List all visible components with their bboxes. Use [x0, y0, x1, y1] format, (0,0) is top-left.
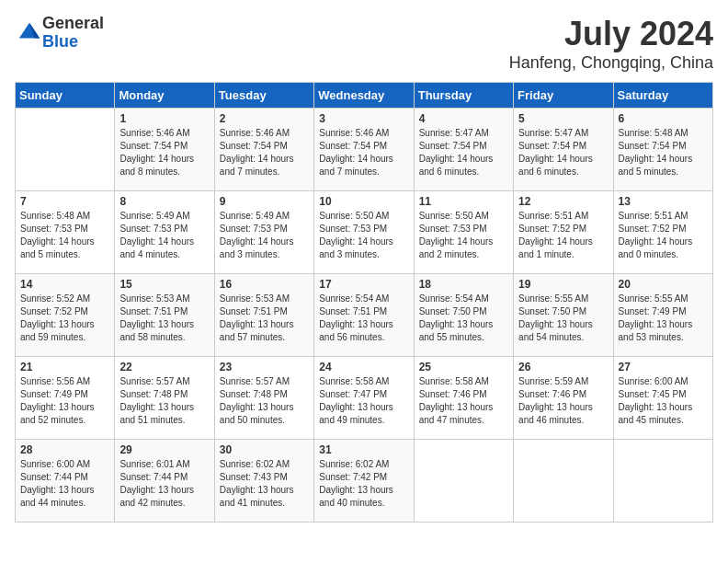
day-info: Sunrise: 5:57 AM Sunset: 7:48 PM Dayligh… [220, 375, 309, 427]
calendar-cell: 21Sunrise: 5:56 AM Sunset: 7:49 PM Dayli… [16, 357, 115, 440]
day-info: Sunrise: 5:53 AM Sunset: 7:51 PM Dayligh… [220, 293, 309, 344]
calendar-cell: 26Sunrise: 5:59 AM Sunset: 7:46 PM Dayli… [514, 357, 613, 440]
day-info: Sunrise: 5:50 AM Sunset: 7:53 PM Dayligh… [419, 210, 508, 261]
calendar-cell: 22Sunrise: 5:57 AM Sunset: 7:48 PM Dayli… [115, 357, 214, 440]
day-number: 31 [319, 443, 408, 456]
day-number: 16 [220, 278, 309, 291]
calendar-cell: 25Sunrise: 5:58 AM Sunset: 7:46 PM Dayli… [414, 357, 513, 440]
calendar-cell: 27Sunrise: 6:00 AM Sunset: 7:45 PM Dayli… [613, 357, 712, 440]
logo-icon [17, 20, 42, 46]
calendar-cell: 14Sunrise: 5:52 AM Sunset: 7:52 PM Dayli… [16, 274, 115, 357]
calendar-cell: 13Sunrise: 5:51 AM Sunset: 7:52 PM Dayli… [613, 191, 712, 274]
day-number: 11 [419, 195, 508, 208]
calendar-body: 1Sunrise: 5:46 AM Sunset: 7:54 PM Daylig… [16, 109, 713, 523]
calendar-cell: 19Sunrise: 5:55 AM Sunset: 7:50 PM Dayli… [514, 274, 613, 357]
day-number: 18 [419, 278, 508, 291]
calendar-week-1: 1Sunrise: 5:46 AM Sunset: 7:54 PM Daylig… [16, 109, 713, 191]
day-number: 17 [319, 278, 408, 291]
day-number: 8 [119, 195, 209, 208]
day-number: 2 [220, 112, 309, 125]
month-year: July 2024 [509, 15, 713, 53]
day-info: Sunrise: 5:49 AM Sunset: 7:53 PM Dayligh… [119, 210, 209, 261]
day-number: 3 [319, 112, 408, 125]
day-info: Sunrise: 5:46 AM Sunset: 7:54 PM Dayligh… [220, 127, 309, 178]
col-header-wednesday: Wednesday [314, 83, 414, 109]
day-number: 7 [20, 195, 109, 208]
day-number: 5 [518, 112, 608, 125]
day-info: Sunrise: 5:48 AM Sunset: 7:54 PM Dayligh… [619, 127, 708, 178]
day-info: Sunrise: 5:55 AM Sunset: 7:49 PM Dayligh… [619, 293, 708, 344]
calendar-week-5: 28Sunrise: 6:00 AM Sunset: 7:44 PM Dayli… [16, 440, 713, 523]
col-header-saturday: Saturday [613, 83, 712, 109]
calendar-header-row: SundayMondayTuesdayWednesdayThursdayFrid… [16, 83, 713, 109]
day-number: 29 [119, 443, 209, 456]
day-number: 15 [119, 278, 209, 291]
logo-general-text: General [42, 14, 104, 32]
day-info: Sunrise: 5:49 AM Sunset: 7:53 PM Dayligh… [220, 210, 309, 261]
calendar-cell: 20Sunrise: 5:55 AM Sunset: 7:49 PM Dayli… [613, 274, 712, 357]
day-info: Sunrise: 5:52 AM Sunset: 7:52 PM Dayligh… [20, 293, 109, 344]
day-number: 14 [20, 278, 109, 291]
day-number: 22 [119, 361, 209, 373]
calendar-cell: 7Sunrise: 5:48 AM Sunset: 7:53 PM Daylig… [16, 191, 115, 274]
calendar-cell: 29Sunrise: 6:01 AM Sunset: 7:44 PM Dayli… [115, 440, 214, 523]
calendar-cell: 28Sunrise: 6:00 AM Sunset: 7:44 PM Dayli… [16, 440, 115, 523]
col-header-monday: Monday [115, 83, 214, 109]
logo: General Blue [15, 15, 104, 52]
calendar-cell: 24Sunrise: 5:58 AM Sunset: 7:47 PM Dayli… [314, 357, 414, 440]
day-info: Sunrise: 5:47 AM Sunset: 7:54 PM Dayligh… [419, 127, 508, 178]
calendar-cell: 9Sunrise: 5:49 AM Sunset: 7:53 PM Daylig… [214, 191, 313, 274]
day-info: Sunrise: 5:58 AM Sunset: 7:46 PM Dayligh… [419, 375, 508, 427]
calendar-cell: 3Sunrise: 5:46 AM Sunset: 7:54 PM Daylig… [314, 109, 414, 191]
day-info: Sunrise: 5:54 AM Sunset: 7:51 PM Dayligh… [319, 293, 408, 344]
calendar-cell: 31Sunrise: 6:02 AM Sunset: 7:42 PM Dayli… [314, 440, 414, 523]
day-info: Sunrise: 6:00 AM Sunset: 7:44 PM Dayligh… [20, 458, 109, 510]
calendar-cell: 10Sunrise: 5:50 AM Sunset: 7:53 PM Dayli… [314, 191, 414, 274]
calendar-cell [16, 109, 115, 191]
day-info: Sunrise: 5:59 AM Sunset: 7:46 PM Dayligh… [518, 375, 608, 427]
day-number: 20 [619, 278, 708, 291]
day-info: Sunrise: 5:47 AM Sunset: 7:54 PM Dayligh… [518, 127, 608, 178]
day-number: 26 [518, 361, 608, 373]
calendar-table: SundayMondayTuesdayWednesdayThursdayFrid… [15, 82, 713, 523]
day-info: Sunrise: 5:50 AM Sunset: 7:53 PM Dayligh… [319, 210, 408, 261]
col-header-friday: Friday [514, 83, 613, 109]
day-number: 25 [419, 361, 508, 373]
day-number: 9 [220, 195, 309, 208]
day-number: 28 [20, 443, 109, 456]
day-number: 10 [319, 195, 408, 208]
day-info: Sunrise: 5:48 AM Sunset: 7:53 PM Dayligh… [20, 210, 109, 261]
day-info: Sunrise: 5:56 AM Sunset: 7:49 PM Dayligh… [20, 375, 109, 427]
day-number: 30 [220, 443, 309, 456]
calendar-cell: 5Sunrise: 5:47 AM Sunset: 7:54 PM Daylig… [514, 109, 613, 191]
logo-blue-text: Blue [42, 32, 78, 51]
day-number: 6 [619, 112, 708, 125]
day-info: Sunrise: 5:54 AM Sunset: 7:50 PM Dayligh… [419, 293, 508, 344]
calendar-cell: 2Sunrise: 5:46 AM Sunset: 7:54 PM Daylig… [214, 109, 313, 191]
location: Hanfeng, Chongqing, China [509, 53, 713, 73]
day-info: Sunrise: 5:46 AM Sunset: 7:54 PM Dayligh… [119, 127, 209, 178]
day-number: 24 [319, 361, 408, 373]
day-number: 21 [20, 361, 109, 373]
day-info: Sunrise: 5:51 AM Sunset: 7:52 PM Dayligh… [619, 210, 708, 261]
calendar-cell [414, 440, 513, 523]
calendar-cell: 6Sunrise: 5:48 AM Sunset: 7:54 PM Daylig… [613, 109, 712, 191]
calendar-week-3: 14Sunrise: 5:52 AM Sunset: 7:52 PM Dayli… [16, 274, 713, 357]
calendar-cell [514, 440, 613, 523]
day-number: 13 [619, 195, 708, 208]
day-info: Sunrise: 5:46 AM Sunset: 7:54 PM Dayligh… [319, 127, 408, 178]
day-number: 4 [419, 112, 508, 125]
day-number: 23 [220, 361, 309, 373]
calendar-cell: 15Sunrise: 5:53 AM Sunset: 7:51 PM Dayli… [115, 274, 214, 357]
calendar-cell: 23Sunrise: 5:57 AM Sunset: 7:48 PM Dayli… [214, 357, 313, 440]
col-header-thursday: Thursday [414, 83, 513, 109]
calendar-cell: 12Sunrise: 5:51 AM Sunset: 7:52 PM Dayli… [514, 191, 613, 274]
day-info: Sunrise: 6:02 AM Sunset: 7:43 PM Dayligh… [220, 458, 309, 510]
calendar-cell: 1Sunrise: 5:46 AM Sunset: 7:54 PM Daylig… [115, 109, 214, 191]
calendar-cell: 30Sunrise: 6:02 AM Sunset: 7:43 PM Dayli… [214, 440, 313, 523]
day-info: Sunrise: 5:53 AM Sunset: 7:51 PM Dayligh… [119, 293, 209, 344]
day-number: 12 [518, 195, 608, 208]
day-info: Sunrise: 6:00 AM Sunset: 7:45 PM Dayligh… [619, 375, 708, 427]
col-header-tuesday: Tuesday [214, 83, 313, 109]
calendar-cell: 11Sunrise: 5:50 AM Sunset: 7:53 PM Dayli… [414, 191, 513, 274]
